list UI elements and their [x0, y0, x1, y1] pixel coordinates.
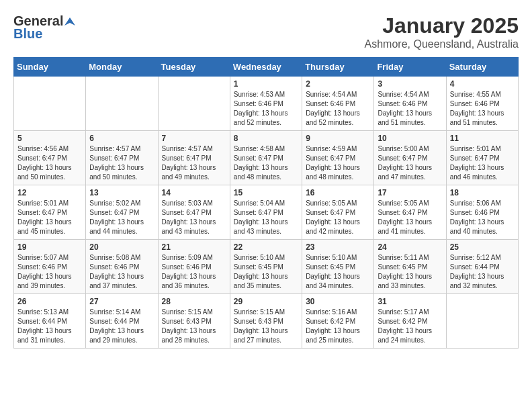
calendar-cell	[158, 77, 230, 131]
day-info: Sunrise: 5:03 AM Sunset: 6:47 PM Dayligh…	[162, 199, 226, 236]
calendar-week-row: 5Sunrise: 4:56 AM Sunset: 6:47 PM Daylig…	[14, 131, 519, 185]
calendar-cell: 29Sunrise: 5:15 AM Sunset: 6:43 PM Dayli…	[230, 294, 302, 349]
day-number: 25	[450, 242, 515, 252]
page-header: General Blue January 2025 Ashmore, Queen…	[13, 13, 519, 50]
calendar-cell: 20Sunrise: 5:08 AM Sunset: 6:46 PM Dayli…	[86, 240, 158, 294]
calendar-cell: 26Sunrise: 5:13 AM Sunset: 6:44 PM Dayli…	[14, 294, 86, 349]
day-info: Sunrise: 5:01 AM Sunset: 6:47 PM Dayligh…	[17, 199, 82, 236]
day-info: Sunrise: 5:13 AM Sunset: 6:44 PM Dayligh…	[17, 308, 82, 345]
logo-blue: Blue	[13, 26, 42, 42]
calendar-cell: 24Sunrise: 5:11 AM Sunset: 6:45 PM Dayli…	[374, 240, 446, 294]
calendar-cell: 15Sunrise: 5:04 AM Sunset: 6:47 PM Dayli…	[230, 185, 302, 240]
calendar-week-row: 19Sunrise: 5:07 AM Sunset: 6:46 PM Dayli…	[14, 240, 519, 294]
calendar-week-row: 12Sunrise: 5:01 AM Sunset: 6:47 PM Dayli…	[14, 185, 519, 240]
calendar-cell: 2Sunrise: 4:54 AM Sunset: 6:46 PM Daylig…	[302, 77, 374, 131]
day-info: Sunrise: 5:10 AM Sunset: 6:45 PM Dayligh…	[234, 253, 298, 291]
day-number: 16	[306, 188, 370, 197]
day-info: Sunrise: 5:06 AM Sunset: 6:46 PM Dayligh…	[450, 199, 515, 236]
day-number: 19	[17, 242, 82, 252]
day-info: Sunrise: 4:59 AM Sunset: 6:47 PM Dayligh…	[306, 144, 370, 182]
day-info: Sunrise: 5:14 AM Sunset: 6:44 PM Dayligh…	[89, 308, 154, 345]
calendar-header-row: SundayMondayTuesdayWednesdayThursdayFrid…	[14, 58, 519, 77]
day-info: Sunrise: 5:11 AM Sunset: 6:45 PM Dayligh…	[378, 253, 442, 291]
day-number: 20	[89, 242, 154, 252]
day-info: Sunrise: 5:07 AM Sunset: 6:46 PM Dayligh…	[17, 253, 82, 291]
calendar-cell: 18Sunrise: 5:06 AM Sunset: 6:46 PM Dayli…	[446, 185, 518, 240]
title-block: January 2025 Ashmore, Queensland, Austra…	[365, 13, 519, 50]
calendar-cell: 3Sunrise: 4:54 AM Sunset: 6:46 PM Daylig…	[374, 77, 446, 131]
weekday-header: Sunday	[14, 58, 86, 77]
day-info: Sunrise: 5:15 AM Sunset: 6:43 PM Dayligh…	[162, 308, 226, 345]
calendar-cell: 13Sunrise: 5:02 AM Sunset: 6:47 PM Dayli…	[86, 185, 158, 240]
subtitle: Ashmore, Queensland, Australia	[365, 38, 519, 50]
calendar-cell: 1Sunrise: 4:53 AM Sunset: 6:46 PM Daylig…	[230, 77, 302, 131]
calendar-cell	[14, 77, 86, 131]
day-number: 21	[162, 242, 226, 252]
day-number: 24	[378, 242, 442, 252]
calendar-cell: 8Sunrise: 4:58 AM Sunset: 6:47 PM Daylig…	[230, 131, 302, 185]
day-number: 11	[450, 134, 515, 143]
day-info: Sunrise: 5:05 AM Sunset: 6:47 PM Dayligh…	[378, 199, 442, 236]
weekday-header: Friday	[374, 58, 446, 77]
main-title: January 2025	[365, 13, 519, 38]
day-info: Sunrise: 5:04 AM Sunset: 6:47 PM Dayligh…	[234, 199, 298, 236]
day-number: 29	[234, 297, 298, 306]
day-number: 5	[17, 134, 82, 143]
day-info: Sunrise: 5:12 AM Sunset: 6:44 PM Dayligh…	[450, 253, 515, 291]
day-info: Sunrise: 5:02 AM Sunset: 6:47 PM Dayligh…	[89, 199, 154, 236]
day-info: Sunrise: 5:05 AM Sunset: 6:47 PM Dayligh…	[306, 199, 370, 236]
logo-bird-icon	[64, 16, 75, 27]
day-info: Sunrise: 5:15 AM Sunset: 6:43 PM Dayligh…	[234, 308, 298, 345]
day-number: 10	[378, 134, 442, 143]
calendar-cell: 4Sunrise: 4:55 AM Sunset: 6:46 PM Daylig…	[446, 77, 518, 131]
calendar-cell: 19Sunrise: 5:07 AM Sunset: 6:46 PM Dayli…	[14, 240, 86, 294]
calendar-cell: 25Sunrise: 5:12 AM Sunset: 6:44 PM Dayli…	[446, 240, 518, 294]
calendar-cell: 21Sunrise: 5:09 AM Sunset: 6:46 PM Dayli…	[158, 240, 230, 294]
calendar-cell: 17Sunrise: 5:05 AM Sunset: 6:47 PM Dayli…	[374, 185, 446, 240]
day-number: 28	[162, 297, 226, 306]
day-number: 31	[378, 297, 442, 306]
calendar-cell	[446, 294, 518, 349]
logo: General Blue	[13, 13, 75, 42]
day-number: 17	[378, 188, 442, 197]
day-info: Sunrise: 5:10 AM Sunset: 6:45 PM Dayligh…	[306, 253, 370, 291]
day-info: Sunrise: 5:16 AM Sunset: 6:42 PM Dayligh…	[306, 308, 370, 345]
day-info: Sunrise: 4:58 AM Sunset: 6:47 PM Dayligh…	[234, 144, 298, 182]
day-number: 15	[234, 188, 298, 197]
calendar-cell: 16Sunrise: 5:05 AM Sunset: 6:47 PM Dayli…	[302, 185, 374, 240]
calendar-week-row: 26Sunrise: 5:13 AM Sunset: 6:44 PM Dayli…	[14, 294, 519, 349]
day-info: Sunrise: 5:08 AM Sunset: 6:46 PM Dayligh…	[89, 253, 154, 291]
day-number: 3	[378, 79, 442, 89]
calendar-cell: 27Sunrise: 5:14 AM Sunset: 6:44 PM Dayli…	[86, 294, 158, 349]
weekday-header: Thursday	[302, 58, 374, 77]
day-info: Sunrise: 4:57 AM Sunset: 6:47 PM Dayligh…	[89, 144, 154, 182]
day-info: Sunrise: 5:00 AM Sunset: 6:47 PM Dayligh…	[378, 144, 442, 182]
weekday-header: Tuesday	[158, 58, 230, 77]
calendar-cell: 11Sunrise: 5:01 AM Sunset: 6:47 PM Dayli…	[446, 131, 518, 185]
calendar-cell: 7Sunrise: 4:57 AM Sunset: 6:47 PM Daylig…	[158, 131, 230, 185]
calendar-cell: 14Sunrise: 5:03 AM Sunset: 6:47 PM Dayli…	[158, 185, 230, 240]
calendar-table: SundayMondayTuesdayWednesdayThursdayFrid…	[13, 57, 519, 349]
day-info: Sunrise: 4:53 AM Sunset: 6:46 PM Dayligh…	[234, 90, 298, 128]
day-info: Sunrise: 4:57 AM Sunset: 6:47 PM Dayligh…	[162, 144, 226, 182]
day-info: Sunrise: 4:54 AM Sunset: 6:46 PM Dayligh…	[306, 90, 370, 128]
day-number: 7	[162, 134, 226, 143]
calendar-cell: 10Sunrise: 5:00 AM Sunset: 6:47 PM Dayli…	[374, 131, 446, 185]
calendar-cell: 9Sunrise: 4:59 AM Sunset: 6:47 PM Daylig…	[302, 131, 374, 185]
day-number: 26	[17, 297, 82, 306]
day-number: 1	[234, 79, 298, 89]
day-info: Sunrise: 4:55 AM Sunset: 6:46 PM Dayligh…	[450, 90, 515, 128]
day-number: 6	[89, 134, 154, 143]
day-number: 23	[306, 242, 370, 252]
day-number: 13	[89, 188, 154, 197]
weekday-header: Wednesday	[230, 58, 302, 77]
calendar-week-row: 1Sunrise: 4:53 AM Sunset: 6:46 PM Daylig…	[14, 77, 519, 131]
day-number: 4	[450, 79, 515, 89]
day-number: 27	[89, 297, 154, 306]
day-number: 18	[450, 188, 515, 197]
calendar-cell: 5Sunrise: 4:56 AM Sunset: 6:47 PM Daylig…	[14, 131, 86, 185]
calendar-cell: 22Sunrise: 5:10 AM Sunset: 6:45 PM Dayli…	[230, 240, 302, 294]
day-info: Sunrise: 4:56 AM Sunset: 6:47 PM Dayligh…	[17, 144, 82, 182]
day-number: 12	[17, 188, 82, 197]
day-number: 22	[234, 242, 298, 252]
